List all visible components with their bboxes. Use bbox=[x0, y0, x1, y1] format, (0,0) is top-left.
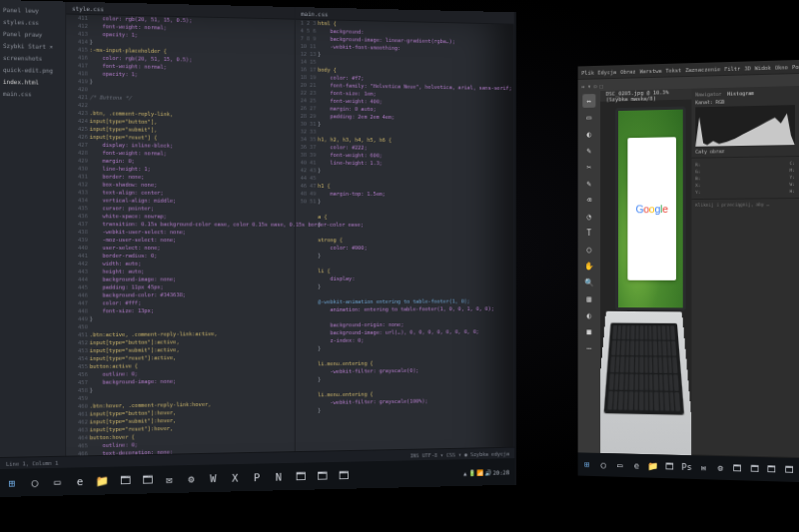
taskbar-app-icon[interactable]: 🗔 bbox=[137, 470, 156, 490]
taskbar-app-icon[interactable]: e bbox=[70, 471, 90, 491]
taskbar-app-icon[interactable]: ✉ bbox=[160, 469, 179, 489]
taskbar-app-icon[interactable]: ▭ bbox=[48, 472, 68, 492]
line-gutter: 411 412 413 414 415 416 417 418 419 420 … bbox=[66, 13, 91, 467]
tray-icon[interactable]: 🔊 bbox=[485, 469, 491, 476]
taskbar-app-icon[interactable]: ▭ bbox=[612, 457, 627, 474]
sidebar-item[interactable]: quick-edit.png bbox=[3, 64, 62, 77]
ps-tool-icon[interactable]: ↔ bbox=[582, 94, 595, 108]
ps-tool-icon[interactable]: ◯ bbox=[582, 243, 595, 257]
ps-tool-icon[interactable]: ✋ bbox=[582, 259, 595, 272]
ps-tool-icon[interactable]: T bbox=[582, 226, 595, 240]
ps-tool-icon[interactable]: ✎ bbox=[582, 177, 595, 191]
option-field[interactable]: ▭ bbox=[593, 83, 596, 89]
histo-source[interactable]: Cały obraz bbox=[695, 147, 795, 155]
ps-tool-icon[interactable]: ■ bbox=[582, 324, 595, 338]
taskbar-app-icon[interactable]: 🗔 bbox=[291, 466, 310, 486]
ps-tool-icon[interactable]: ✂ bbox=[582, 160, 595, 174]
taskbar-app-icon[interactable]: ✉ bbox=[696, 459, 711, 476]
ps-tool-icon[interactable]: ⌫ bbox=[582, 193, 595, 207]
taskbar-app-icon[interactable]: 🗔 bbox=[747, 460, 762, 477]
photoshop-canvas[interactable]: DSC_0205.jpg @ 10.3% (Szybka maska/8) Go… bbox=[600, 89, 691, 456]
photoshop-toolbar[interactable]: ↔▭◐✎✂✎⌫◔T◯✋🔍▦◐■⋯ bbox=[578, 91, 600, 453]
tab-histogram[interactable]: Histogram bbox=[727, 90, 753, 97]
taskbar-app-icon[interactable]: e bbox=[629, 457, 644, 474]
tray-icon[interactable]: ▲ bbox=[463, 469, 466, 476]
sidebar-item[interactable]: Szybki Start × bbox=[3, 40, 62, 53]
laptop-base bbox=[600, 311, 691, 455]
menu-item[interactable]: 3D bbox=[744, 65, 750, 71]
taskbar-app-icon[interactable]: 📁 bbox=[646, 458, 661, 475]
ps-tool-icon[interactable]: ◐ bbox=[582, 127, 595, 141]
line-gutter: 1 2 3 4 5 6 7 8 9 10 11 12 13 14 15 16 1… bbox=[296, 19, 320, 463]
tab-nawigator[interactable]: Nawigator bbox=[695, 91, 721, 98]
menu-item[interactable]: Zaznaczenie bbox=[685, 66, 720, 73]
taskbar-app-icon[interactable]: 🗔 bbox=[730, 460, 745, 477]
sidebar-item[interactable]: index.html bbox=[3, 76, 62, 89]
ps-tool-icon[interactable]: ◐ bbox=[582, 308, 595, 322]
taskbar-app-icon[interactable]: W bbox=[204, 468, 223, 488]
menu-item[interactable]: Edycja bbox=[598, 69, 617, 75]
taskbar-app-icon[interactable]: 🗔 bbox=[334, 465, 353, 485]
taskbar-app-icon[interactable]: 🗔 bbox=[662, 458, 677, 475]
photoshop-panels[interactable]: Nawigator Histogram Kanał: RGB Cały obra… bbox=[691, 86, 799, 458]
taskbar-app-icon[interactable]: P bbox=[248, 467, 267, 487]
start-button[interactable]: ⊞ bbox=[579, 456, 594, 473]
menu-item[interactable]: Tekst bbox=[665, 67, 681, 73]
layers-panel[interactable]: Kliknij i przeciągnij, aby … bbox=[691, 199, 799, 458]
option-field[interactable]: ⬚ bbox=[599, 83, 602, 89]
menu-item[interactable]: Warstwa bbox=[639, 67, 661, 73]
photoshop-workspace: ↔▭◐✎✂✎⌫◔T◯✋🔍▦◐■⋯ DSC_0205.jpg @ 10.3% (S… bbox=[578, 86, 799, 458]
tool-preset-icon[interactable]: ↔ ▾ bbox=[581, 83, 590, 89]
menu-item[interactable]: Filtr bbox=[724, 65, 740, 71]
panel-hint: Kliknij i przeciągnij, aby … bbox=[695, 202, 795, 209]
status-right: INS UTF-8 ▾ CSS ▾ ● Szybka edycja bbox=[410, 450, 509, 458]
editor-pane-right[interactable]: main.css 1 2 3 4 5 6 7 8 9 10 11 12 13 1… bbox=[296, 7, 515, 463]
sidebar-item[interactable]: screenshots bbox=[3, 52, 62, 65]
browser-window: Google bbox=[627, 138, 676, 280]
menu-item[interactable]: Pomoc bbox=[792, 63, 799, 69]
tray-icon[interactable]: 📶 bbox=[476, 469, 482, 476]
taskbar-app-icon[interactable]: N bbox=[269, 467, 288, 487]
menu-item[interactable]: Widok bbox=[755, 64, 771, 70]
info-row: Y:H: bbox=[695, 188, 795, 196]
tray-icon[interactable]: 🔋 bbox=[468, 469, 474, 476]
menu-item[interactable]: Obraz bbox=[620, 68, 636, 74]
ps-tool-icon[interactable]: ▦ bbox=[582, 291, 595, 305]
windows-taskbar[interactable]: ⊞◯▭e📁🗔Ps✉⚙🗔🗔🗔🗔 bbox=[578, 452, 799, 482]
taskbar-app-icon[interactable]: 🗔 bbox=[782, 461, 797, 478]
ps-tool-icon[interactable]: ⋯ bbox=[582, 341, 595, 355]
start-button[interactable]: ⊞ bbox=[2, 473, 22, 493]
editor-pane-left[interactable]: style.css 411 412 413 414 415 416 417 41… bbox=[66, 2, 296, 468]
laptop-photo: Google bbox=[606, 107, 686, 450]
taskbar-app-icon[interactable]: ◯ bbox=[25, 472, 45, 492]
taskbar-clock[interactable]: 20:28 bbox=[493, 468, 509, 475]
cursor-position: Line 1, Column 1 bbox=[6, 459, 58, 466]
photo-scene: Panel lewystyles.cssPanel prawySzybki St… bbox=[0, 0, 799, 532]
document-tab[interactable]: DSC_0205.jpg @ 10.3% (Szybka maska/8) bbox=[600, 89, 691, 102]
taskbar-app-icon[interactable]: 🗔 bbox=[313, 466, 332, 486]
info-panel: R:C:G:M:B:Y:X:W:Y:H: bbox=[691, 157, 799, 200]
editor-sidebar[interactable]: Panel lewystyles.cssPanel prawySzybki St… bbox=[0, 0, 66, 469]
taskbar-app-icon[interactable]: 🗔 bbox=[115, 470, 134, 490]
ps-tool-icon[interactable]: ▭ bbox=[582, 111, 595, 125]
laptop-screen: Google bbox=[615, 107, 685, 311]
code-area[interactable]: color: rgb(20, 51, 15, 0.5); font-weight… bbox=[90, 14, 293, 467]
sidebar-item[interactable]: main.css bbox=[3, 88, 62, 101]
taskbar-app-icon[interactable]: 📁 bbox=[93, 471, 113, 491]
ps-tool-icon[interactable]: ◔ bbox=[582, 210, 595, 224]
taskbar-app-icon[interactable]: 🗔 bbox=[764, 461, 779, 478]
ps-tool-icon[interactable]: 🔍 bbox=[582, 275, 595, 289]
histogram-panel[interactable]: Nawigator Histogram Kanał: RGB Cały obra… bbox=[691, 86, 799, 159]
menu-item[interactable]: Okno bbox=[775, 64, 788, 70]
taskbar-app-icon[interactable]: Ps bbox=[679, 458, 694, 475]
taskbar-app-icon[interactable]: ◯ bbox=[596, 456, 611, 473]
histogram-graph bbox=[695, 105, 795, 147]
code-area[interactable]: html { background: background-image: lin… bbox=[318, 19, 511, 462]
google-logo: Google bbox=[635, 203, 667, 215]
taskbar-tray[interactable]: ▲ 🔋 📶 🔊 20:28 bbox=[463, 468, 512, 476]
taskbar-app-icon[interactable]: ⚙ bbox=[182, 469, 201, 489]
taskbar-app-icon[interactable]: ⚙ bbox=[713, 459, 728, 476]
menu-item[interactable]: Plik bbox=[581, 69, 593, 75]
ps-tool-icon[interactable]: ✎ bbox=[582, 144, 595, 158]
taskbar-app-icon[interactable]: X bbox=[226, 468, 245, 488]
